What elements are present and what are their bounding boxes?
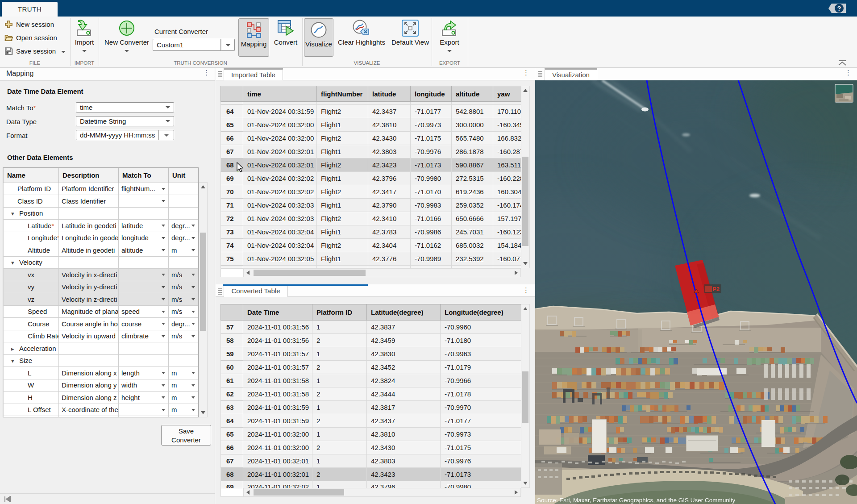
svg-text:?: ? [837,5,841,12]
svg-text:Source: Esri, Maxar, Earthstar: Source: Esri, Maxar, Earthstar Geographi… [537,497,735,504]
svg-text:P2: P2 [712,286,720,292]
